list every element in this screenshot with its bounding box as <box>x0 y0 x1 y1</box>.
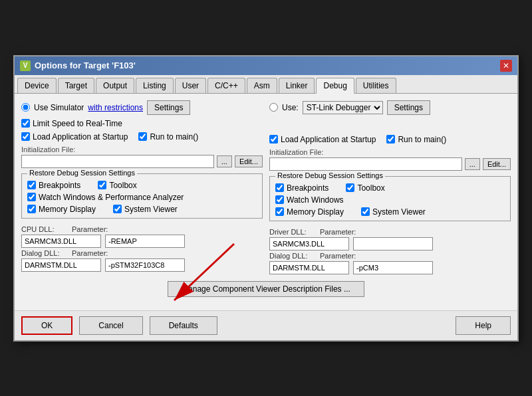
right-dialog-dll-input[interactable] <box>269 261 349 274</box>
simulator-row: Use Simulator with restrictions Settings <box>21 100 263 115</box>
left-init-file-row: ... Edit... <box>21 155 263 168</box>
ok-button[interactable]: OK <box>21 316 72 335</box>
right-driver-dll-input[interactable] <box>269 237 349 250</box>
right-bp-toolbox-row: Breakpoints Toolbox <box>275 183 505 193</box>
left-restore-group: Restore Debug Session Settings Breakpoin… <box>21 173 263 219</box>
left-bp-toolbox-row: Breakpoints Toolbox <box>27 181 257 190</box>
tab-user[interactable]: User <box>175 78 206 93</box>
left-dialog-dll-values <box>21 258 263 272</box>
left-dialog-param-input[interactable] <box>105 258 185 272</box>
use-debugger-radio[interactable] <box>269 103 278 112</box>
tab-asm[interactable]: Asm <box>247 78 277 93</box>
main-columns: Use Simulator with restrictions Settings… <box>21 100 511 274</box>
left-cpu-dll-input[interactable] <box>21 235 101 248</box>
right-toolbox-label: Toolbox <box>357 183 384 193</box>
right-watch-checkbox[interactable] <box>275 195 284 204</box>
left-watch-label: Watch Windows & Performance Analyzer <box>39 193 184 202</box>
tab-debug[interactable]: Debug <box>316 78 354 94</box>
right-dialog-dll-values <box>269 261 511 274</box>
right-memory-label: Memory Display <box>287 207 344 217</box>
left-run-main-checkbox[interactable] <box>138 132 147 141</box>
left-init-file-input[interactable] <box>21 155 214 168</box>
right-driver-param-input[interactable] <box>353 237 433 250</box>
use-label: Use: <box>282 103 299 112</box>
use-simulator-radio[interactable] <box>21 103 30 112</box>
right-init-file-input[interactable] <box>269 157 462 171</box>
right-restore-label: Restore Debug Session Settings <box>275 171 385 179</box>
debugger-select[interactable]: ST-Link Debugger <box>303 101 383 114</box>
right-mem-sys-row: Memory Display System Viewer <box>275 207 505 217</box>
use-simulator-label: Use Simulator <box>34 103 84 112</box>
right-dialog-dll-label: Dialog DLL: <box>269 252 316 260</box>
simulator-settings-button[interactable]: Settings <box>147 100 190 115</box>
left-restore-label: Restore Debug Session Settings <box>27 169 137 177</box>
left-mem-sys-row: Memory Display System Viewer <box>27 205 257 214</box>
manage-component-button[interactable]: Manage Component Viewer Description File… <box>168 281 364 297</box>
left-browse-button[interactable]: ... <box>217 155 232 167</box>
title-bar: V Options for Target 'F103' ✕ <box>15 56 517 75</box>
left-toolbox-label: Toolbox <box>109 181 136 190</box>
cancel-button[interactable]: Cancel <box>79 316 142 335</box>
left-cpu-dll-label: CPU DLL: <box>21 225 68 233</box>
left-cpu-param-label: Parameter: <box>72 225 118 233</box>
right-toolbox-checkbox[interactable] <box>346 183 354 192</box>
right-driver-dll-headers: Driver DLL: Parameter: <box>269 228 511 236</box>
left-cpu-param-input[interactable] <box>105 235 185 248</box>
right-watch-label: Watch Windows <box>287 195 344 205</box>
right-init-file-section: Initialization File: ... Edit... <box>269 148 511 171</box>
left-dialog-dll-input[interactable] <box>21 258 101 272</box>
right-browse-button[interactable]: ... <box>465 158 480 170</box>
left-breakpoints-label: Breakpoints <box>39 181 80 190</box>
limit-speed-label: Limit Speed to Real-Time <box>33 119 122 128</box>
tab-utilities[interactable]: Utilities <box>356 78 396 93</box>
tab-target[interactable]: Target <box>58 78 94 93</box>
help-button[interactable]: Help <box>456 316 511 335</box>
right-edit-button[interactable]: Edit... <box>483 158 511 170</box>
options-dialog: V Options for Target 'F103' ✕ Device Tar… <box>13 55 519 342</box>
left-breakpoints-checkbox[interactable] <box>27 181 36 189</box>
left-sysviewer-label: System Viewer <box>124 205 178 214</box>
left-watch-checkbox[interactable] <box>27 193 36 201</box>
left-dialog-dll-headers: Dialog DLL: Parameter: <box>21 249 263 257</box>
right-driver-dll-values <box>269 237 511 250</box>
left-memory-label: Memory Display <box>39 205 96 214</box>
left-cpu-dll-values <box>21 235 263 248</box>
defaults-button[interactable]: Defaults <box>150 316 217 335</box>
left-sysviewer-checkbox[interactable] <box>113 205 122 213</box>
right-breakpoints-checkbox[interactable] <box>275 183 284 192</box>
right-memory-checkbox[interactable] <box>275 207 284 216</box>
right-init-file-row: ... Edit... <box>269 157 511 171</box>
tab-linker[interactable]: Linker <box>279 78 315 93</box>
right-dialog-param-label: Parameter: <box>320 252 366 260</box>
right-sysviewer-checkbox[interactable] <box>361 207 370 216</box>
left-memory-checkbox[interactable] <box>27 205 36 213</box>
right-load-app-checkbox[interactable] <box>269 135 278 144</box>
right-watch-row: Watch Windows <box>275 195 505 205</box>
left-init-file-section: Initialization File: ... Edit... <box>21 146 263 168</box>
left-load-app-label: Load Application at Startup <box>33 132 128 142</box>
tab-listing[interactable]: Listing <box>136 78 174 93</box>
left-dll-section: CPU DLL: Parameter: Dialog DLL: Paramete… <box>21 225 263 272</box>
left-load-app-checkbox[interactable] <box>21 132 30 141</box>
debugger-settings-button[interactable]: Settings <box>387 100 430 115</box>
tab-cpp[interactable]: C/C++ <box>207 78 245 93</box>
limit-speed-checkbox[interactable] <box>21 119 30 128</box>
right-breakpoints-label: Breakpoints <box>287 183 329 193</box>
tab-output[interactable]: Output <box>96 78 134 93</box>
left-dialog-dll-label: Dialog DLL: <box>21 249 68 257</box>
left-toolbox-checkbox[interactable] <box>98 181 106 189</box>
right-driver-param-label: Parameter: <box>320 228 366 236</box>
left-column: Use Simulator with restrictions Settings… <box>21 100 263 274</box>
app-icon: V <box>20 60 31 71</box>
right-dialog-param-input[interactable] <box>353 261 433 274</box>
left-edit-button[interactable]: Edit... <box>235 155 263 167</box>
left-watch-row: Watch Windows & Performance Analyzer <box>27 193 257 202</box>
right-init-file-label: Initialization File: <box>269 148 511 156</box>
close-button[interactable]: ✕ <box>500 60 512 72</box>
load-run-row: Load Application at Startup Run to main(… <box>21 132 263 142</box>
tab-device[interactable]: Device <box>17 78 57 93</box>
right-spacer <box>269 119 511 131</box>
restrictions-link[interactable]: with restrictions <box>88 103 143 112</box>
right-sysviewer-label: System Viewer <box>372 207 426 217</box>
right-run-main-checkbox[interactable] <box>386 135 395 144</box>
